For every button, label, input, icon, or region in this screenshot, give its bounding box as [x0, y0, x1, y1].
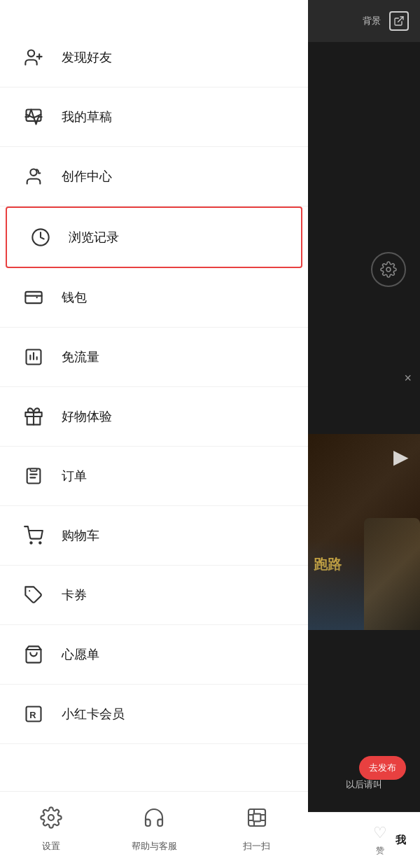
cart-icon [20, 522, 48, 550]
menu-item-shopping-cart[interactable]: 购物车 [0, 506, 308, 566]
right-bottom-caption: 以后请叫 [308, 778, 420, 791]
video-thumbnail[interactable]: ▶ 跑路 [308, 434, 420, 630]
scan-label: 扫一扫 [243, 840, 270, 853]
my-drafts-label: 我的草稿 [62, 108, 112, 125]
svg-point-20 [39, 542, 41, 543]
clipboard-icon [20, 462, 48, 490]
svg-point-6 [30, 169, 36, 176]
close-icon[interactable]: × [404, 371, 412, 386]
svg-point-1 [386, 267, 391, 272]
like-label: 赞 [376, 845, 384, 857]
menu-item-creation-center[interactable]: 创作中心 [0, 147, 308, 206]
free-data-label: 免流量 [62, 349, 99, 365]
r-badge-icon: R [20, 700, 48, 728]
menu-item-my-drafts[interactable]: 我的草稿 [0, 88, 308, 147]
menu-item-orders[interactable]: 订单 [0, 447, 308, 506]
help-action[interactable]: 帮助与客服 [103, 801, 206, 853]
wallet-label: 钱包 [62, 289, 87, 306]
headphone-icon [137, 801, 171, 834]
creation-icon [20, 162, 48, 190]
menu-list: 发现好友 我的草稿 [0, 0, 308, 744]
svg-point-2 [28, 50, 34, 57]
svg-point-19 [30, 542, 31, 543]
me-label: 我 [396, 834, 406, 847]
right-settings-icon[interactable] [371, 252, 406, 287]
export-icon[interactable] [389, 11, 409, 31]
settings-action[interactable]: 设置 [0, 801, 103, 853]
red-member-label: 小红卡会员 [62, 706, 125, 722]
svg-rect-18 [30, 469, 36, 472]
orders-label: 订单 [62, 468, 87, 484]
menu-item-coupons[interactable]: 卡券 [0, 566, 308, 625]
main-menu-panel: 发现好友 我的草稿 [0, 0, 308, 868]
play-icon: ▶ [393, 445, 409, 468]
person-add-icon [20, 43, 48, 71]
svg-rect-8 [25, 292, 41, 303]
video-content: ▶ 跑路 [308, 434, 420, 630]
bag-icon [20, 640, 48, 668]
right-tab-me[interactable]: 我 [396, 834, 406, 847]
menu-item-browse-history[interactable]: 浏览记录 [6, 206, 302, 268]
menu-item-wishlist[interactable]: 心愿单 [0, 625, 308, 685]
menu-item-red-member[interactable]: R 小红卡会员 [0, 685, 308, 744]
coupons-label: 卡券 [62, 587, 87, 603]
background-label: 背景 [363, 15, 381, 27]
bar-chart-icon [20, 343, 48, 371]
clock-icon [27, 223, 55, 251]
svg-text:R: R [29, 710, 36, 720]
gift-icon [20, 402, 48, 430]
scan-action[interactable]: 扫一扫 [205, 801, 308, 853]
right-tab-bar: ♡ 赞 我 [308, 812, 420, 868]
wallet-icon [20, 284, 48, 312]
publish-button[interactable]: 去发布 [359, 756, 406, 780]
menu-item-find-friends[interactable]: 发现好友 [0, 28, 308, 88]
good-experience-label: 好物体验 [62, 408, 112, 425]
shopping-cart-label: 购物车 [62, 527, 99, 544]
browse-history-label: 浏览记录 [69, 229, 119, 246]
drafts-icon [20, 103, 48, 131]
bottom-bar: 设置 帮助与客服 扫一扫 [0, 791, 308, 868]
find-friends-label: 发现好友 [62, 49, 112, 66]
menu-item-wallet[interactable]: 钱包 [0, 268, 308, 328]
tag-icon [20, 581, 48, 609]
creation-center-label: 创作中心 [62, 168, 112, 185]
svg-rect-26 [248, 809, 265, 826]
svg-line-0 [398, 17, 403, 22]
right-top-bar: 背景 [308, 0, 420, 42]
svg-point-25 [48, 815, 54, 820]
right-panel: 背景 × 去发布 ▶ 跑路 以后请叫 [308, 0, 420, 868]
wishlist-label: 心愿单 [62, 646, 99, 663]
scan-icon [240, 801, 274, 834]
settings-label: 设置 [42, 840, 60, 853]
right-tab-like[interactable]: ♡ 赞 [373, 824, 387, 857]
help-label: 帮助与客服 [132, 840, 177, 853]
heart-icon: ♡ [373, 824, 387, 842]
settings-icon [34, 801, 68, 834]
menu-item-free-data[interactable]: 免流量 [0, 328, 308, 387]
menu-item-good-experience[interactable]: 好物体验 [0, 387, 308, 447]
svg-rect-27 [253, 813, 260, 821]
